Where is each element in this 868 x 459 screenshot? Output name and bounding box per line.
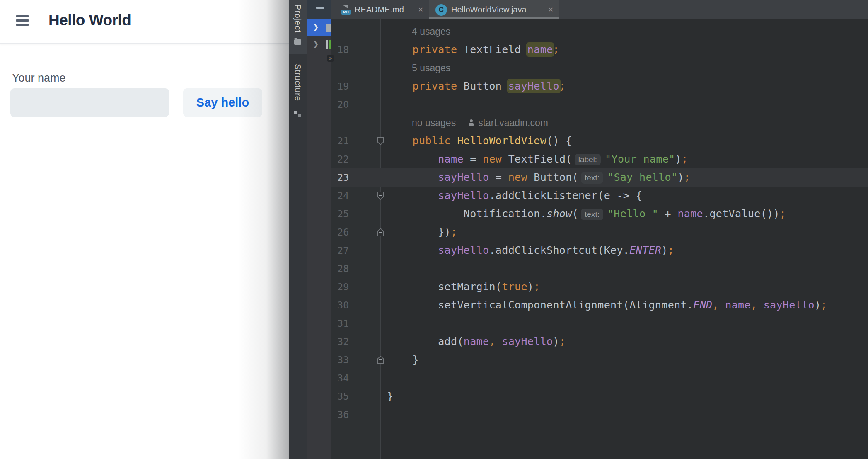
line-number[interactable]: 24 (331, 187, 349, 205)
line-number[interactable]: 30 (331, 296, 349, 314)
project-panel: ❯ ❯ » (307, 0, 331, 459)
usage-hint[interactable]: start.vaadin.com (478, 117, 548, 129)
line-number[interactable]: 28 (331, 260, 349, 278)
code-text[interactable]: } (387, 387, 393, 406)
line-number[interactable]: 35 (331, 387, 349, 406)
code-line-26[interactable]: 26 }); (331, 223, 868, 241)
usage-hint[interactable]: 5 usages (412, 63, 450, 74)
param-hint-pill: text: (581, 209, 603, 220)
structure-icon[interactable] (294, 110, 301, 117)
code-line-24[interactable]: 24 sayHello.addClickListener(e -> { (331, 187, 868, 205)
line-number[interactable]: 26 (331, 223, 349, 241)
fold-marker-icon[interactable] (377, 192, 384, 200)
code-line-28[interactable]: 28 (331, 260, 868, 278)
code-text[interactable]: add(name, sayHello); (387, 333, 566, 351)
inlay-hints[interactable]: 5 usages (412, 59, 450, 77)
code-line-21[interactable]: 21 public HelloWorldView() { (331, 132, 868, 150)
code-line-34[interactable]: 34 (331, 369, 868, 387)
inlay-hints[interactable]: 4 usages (412, 22, 450, 41)
line-number[interactable]: 27 (331, 241, 349, 260)
code-text[interactable]: setMargin(true); (387, 278, 540, 296)
code-text[interactable]: private Button sayHello; (387, 77, 566, 95)
hide-panel-button[interactable] (307, 0, 331, 19)
code-text[interactable]: } (387, 351, 419, 369)
java-class-icon: C (435, 4, 447, 16)
tab-label: HelloWorldView.java (451, 5, 527, 15)
line-number[interactable]: 29 (331, 278, 349, 296)
code-line-35[interactable]: 35} (331, 387, 868, 406)
code-text[interactable]: sayHello.addClickShortcut(Key.ENTER); (387, 241, 674, 260)
code-text[interactable]: name = new TextField(label:"Your name"); (387, 150, 688, 168)
code-lines: 4 usages18 private TextField name;5 usag… (331, 22, 868, 424)
fold-marker-icon[interactable] (377, 356, 384, 364)
code-text[interactable]: Notification.show(text:"Hello " + name.g… (387, 205, 786, 223)
line-number[interactable]: 36 (331, 406, 349, 424)
inlay-hints[interactable]: no usagesstart.vaadin.com (412, 114, 548, 132)
code-line-33[interactable]: 33 } (331, 351, 868, 369)
line-number[interactable]: 33 (331, 351, 349, 369)
chevron-right-icon[interactable]: ❯ (313, 40, 319, 49)
name-input[interactable] (10, 88, 169, 117)
chevron-right-icon[interactable]: ❯ (313, 23, 319, 32)
line-number[interactable] (331, 59, 349, 77)
tab-helloworldview[interactable]: C HelloWorldView.java ✕ (429, 0, 559, 19)
code-line-18[interactable]: 18 private TextField name; (331, 41, 868, 59)
screen: Hello World Your name Say hello Project … (0, 0, 868, 459)
active-tab-underline (429, 17, 559, 19)
close-icon[interactable]: ✕ (548, 6, 554, 14)
tab-readme[interactable]: MD README.md ✕ (334, 0, 429, 19)
param-hint-pill: text: (581, 172, 603, 184)
line-number[interactable]: 21 (331, 132, 349, 150)
line-number[interactable]: 20 (331, 95, 349, 114)
code-text[interactable]: public HelloWorldView() { (387, 132, 572, 150)
sidebar-item-project[interactable]: Project (293, 4, 303, 33)
hamburger-menu-icon[interactable] (16, 15, 29, 26)
line-number[interactable]: 19 (331, 77, 349, 95)
usage-hint[interactable]: 4 usages (412, 26, 450, 37)
code-line-30[interactable]: 30 setVerticalComponentAlignment(Alignme… (331, 296, 868, 314)
fold-marker-icon[interactable] (377, 228, 384, 236)
code-line-22[interactable]: 22 name = new TextField(label:"Your name… (331, 150, 868, 168)
code-line-19[interactable]: 19 private Button sayHello; (331, 77, 868, 95)
expand-more-icon[interactable]: » (327, 55, 334, 62)
say-hello-button[interactable]: Say hello (183, 88, 262, 117)
code-text[interactable]: private TextField name; (387, 41, 559, 59)
code-text[interactable]: sayHello = new Button(text:"Say hello"); (387, 168, 690, 187)
fold-marker-icon[interactable] (377, 137, 384, 145)
line-number[interactable] (331, 114, 349, 132)
code-text[interactable]: setVerticalComponentAlignment(Alignment.… (387, 296, 827, 314)
usage-hint[interactable]: no usages (412, 117, 456, 129)
code-line-23[interactable]: 23 sayHello = new Button(text:"Say hello… (331, 168, 868, 187)
inlay-hint-line[interactable]: no usagesstart.vaadin.com (331, 114, 868, 132)
line-number[interactable]: 32 (331, 333, 349, 351)
sidebar-item-structure[interactable]: Structure (293, 64, 303, 101)
code-text[interactable]: }); (387, 223, 457, 241)
code-line-32[interactable]: 32 add(name, sayHello); (331, 333, 868, 351)
code-editor[interactable]: 4 usages18 private TextField name;5 usag… (331, 19, 868, 459)
line-number[interactable]: 25 (331, 205, 349, 223)
tab-label: README.md (355, 5, 404, 15)
code-line-36[interactable]: 36 (331, 406, 868, 424)
code-line-31[interactable]: 31 (331, 314, 868, 333)
project-folder-icon[interactable] (294, 39, 301, 45)
tree-row[interactable]: ❯ (307, 36, 331, 53)
tree-row-selected[interactable]: ❯ (307, 19, 331, 36)
line-number[interactable]: 31 (331, 314, 349, 333)
inlay-hint-line[interactable]: 5 usages (331, 59, 868, 77)
code-line-20[interactable]: 20 (331, 95, 868, 114)
line-number[interactable]: 22 (331, 150, 349, 168)
author-icon (468, 119, 474, 126)
code-line-27[interactable]: 27 sayHello.addClickShortcut(Key.ENTER); (331, 241, 868, 260)
line-number[interactable]: 18 (331, 41, 349, 59)
close-icon[interactable]: ✕ (418, 6, 423, 14)
line-number[interactable]: 34 (331, 369, 349, 387)
line-number[interactable]: 23 (331, 168, 349, 187)
code-line-29[interactable]: 29 setMargin(true); (331, 278, 868, 296)
page-title: Hello World (48, 12, 131, 29)
inlay-hint-line[interactable]: 4 usages (331, 22, 868, 41)
line-number[interactable] (331, 22, 349, 41)
folder-icon (326, 24, 331, 32)
code-text[interactable]: sayHello.addClickListener(e -> { (387, 187, 642, 205)
window-edge-shadow (238, 0, 289, 459)
code-line-25[interactable]: 25 Notification.show(text:"Hello " + nam… (331, 205, 868, 223)
